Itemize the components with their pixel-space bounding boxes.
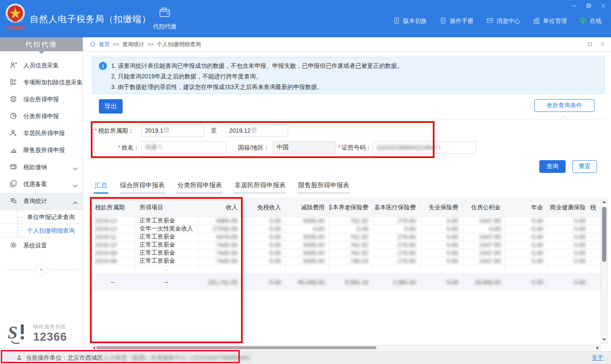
about-link[interactable]: 关于 [591,354,603,362]
restore-icon[interactable] [585,2,592,9]
sidebar-item[interactable]: 人员信息采集 [0,57,83,74]
sidebar-item-settings[interactable]: 系统设置 [0,237,83,254]
sidebar-item[interactable]: 税款缴纳 [0,159,83,176]
cell-text: 住房公积金 [471,204,501,211]
tab-2[interactable]: 分类所得申报表 [177,181,223,194]
cell-text: 1547.00 [479,233,501,240]
sidebar-item[interactable]: 非居民所得申报 [0,125,83,142]
column-header: 税 [590,198,601,217]
table-cell: 0.00 [242,249,286,257]
table-cell [590,233,601,241]
collapse-sidebar-button[interactable]: « [36,264,48,275]
cell-text: 1547.00 [479,242,501,248]
cell-text: 5000.00 [303,233,325,240]
table-cell: 0.00 [242,233,286,241]
tab-withholding-module[interactable]: 代扣代缴 [148,6,182,31]
cell-text: 年金 [531,204,543,211]
calendar-icon[interactable] [163,127,170,134]
header-menu-item[interactable]: 在线 [580,17,602,25]
header-menu-item[interactable]: 单位管理 [533,17,567,25]
cell-text: 0.00 [269,279,281,286]
scroll-up-icon[interactable] [601,199,607,205]
table-cell [198,265,242,273]
close-page-icon[interactable] [600,41,605,49]
cell-text: 2,960.40 [393,279,416,286]
table-cell: 279.00 [373,241,420,249]
minimize-icon[interactable] [570,2,578,9]
cell-text: .. [165,265,168,272]
table-cell [590,257,601,265]
cell-text: 全年一次性奖金收入 [140,225,193,233]
building-icon [533,17,540,25]
scroll-right-icon[interactable] [595,345,600,350]
table-cell: 0.00 [505,225,548,233]
column-header: 减除费用 [286,198,329,217]
sidebar-item[interactable]: 优惠备案 [0,176,83,193]
period-from-input[interactable]: 2019.1 [141,124,204,137]
tab-4[interactable]: 限售股所得申报表 [297,181,350,194]
column-header: 免税收入 [242,198,286,217]
vertical-scrollbar[interactable] [601,198,608,344]
collapse-conditions-button[interactable]: 收折查询条件 [534,99,594,112]
search-icon[interactable] [157,144,163,151]
search-icon[interactable] [435,144,442,151]
cell-text: 0.00 [532,242,543,248]
header-menu-item[interactable]: 操作手册 [440,17,474,25]
cell-text: 0.00 [532,258,543,264]
table-cell: 0.00 [420,274,463,290]
breadcrumb-home[interactable]: 首页 [99,41,110,48]
cell-text: 0.00 [574,217,586,224]
table-cell [590,217,601,225]
horizontal-scrollbar[interactable] [91,345,601,350]
maximize-page-icon[interactable] [587,41,593,49]
close-icon[interactable] [599,2,607,9]
reset-button[interactable]: 重置 [572,160,597,173]
cell-text: 0.00 [269,242,281,248]
table-cell: 2019-11 [91,233,135,241]
table-cell: 1547.00 [463,233,505,241]
double-left-icon: « [40,266,43,272]
header-menu: 版本切换操作手册消息中心单位管理在线 [393,17,602,25]
table-cell [590,241,601,249]
table-cell: 279.00 [373,249,420,257]
tab-3[interactable]: 非居民所得申报表 [234,181,286,194]
export-button[interactable]: 导出 [99,99,123,114]
name-input[interactable]: 马某 [141,141,226,154]
cell-text: 0.00 [532,250,543,256]
cell-text: 0.00 [574,250,586,256]
tab-0[interactable]: 汇总 [94,181,108,194]
cell-text: 0.00 [532,217,543,224]
sidebar-item[interactable]: 查询统计 [0,193,83,210]
scroll-down-icon[interactable] [601,337,607,343]
period-from-value: 2019.1 [145,127,163,134]
scroll-left-icon[interactable] [91,345,96,350]
header-menu-item[interactable]: 版本切换 [393,17,427,25]
calendar-icon[interactable] [251,127,257,134]
sidebar-subitem-label: 单位申报记录查询 [27,214,75,220]
sidebar-item[interactable]: 综合所得申报 [0,91,83,108]
period-to-input[interactable]: 2019.12 [225,124,288,137]
cell-text: 7645.00 [216,250,238,256]
vertical-scroll-thumb[interactable] [602,207,606,262]
table-cell: 1547.00 [463,249,505,257]
table-cell: 761.52 [329,217,373,225]
id-number-input[interactable]: 110102199304221804 [373,141,476,154]
table-cell: 0.00 [463,225,505,233]
cell-text: -- [111,279,115,286]
table-cell: 0.00 [548,241,590,249]
sidebar-item-label: 分类所得申报 [23,113,59,120]
query-button[interactable]: 查询 [539,160,566,173]
copy-icon [9,180,17,189]
sidebar-item[interactable]: 限售股所得申报 [0,142,83,159]
column-header: 基本医疗保险费 [373,198,420,217]
sidebar-item[interactable]: 专项附加扣除信息采集 [0,74,83,91]
sidebar-subitem[interactable]: 个人扣缴明细查询 [0,224,83,237]
column-header: 基本养老保险费 [329,198,373,217]
sidebar-subitem[interactable]: 单位申报记录查询 [0,210,83,224]
cell-text: 7645.00 [216,258,238,264]
cell-text: 1547.00 [479,250,501,256]
tab-1[interactable]: 综合所得申报表 [119,181,165,194]
horizontal-scroll-thumb[interactable] [96,346,376,349]
header-menu-item[interactable]: 消息中心 [486,17,520,25]
sidebar-item[interactable]: 分类所得申报 [0,108,83,125]
